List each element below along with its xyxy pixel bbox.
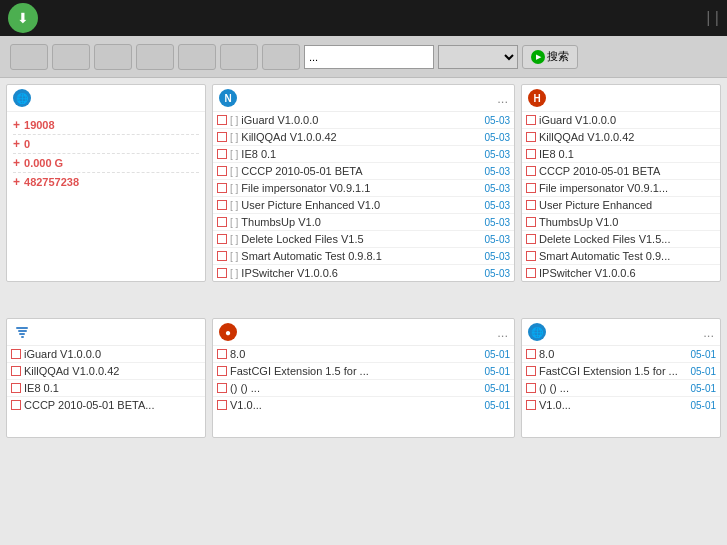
item-checkbox[interactable] — [217, 383, 227, 393]
item-checkbox[interactable] — [217, 251, 227, 261]
list-item[interactable]: () () ... 05-01 — [522, 380, 720, 397]
toolbar-btn-4[interactable] — [136, 44, 174, 70]
list-item[interactable]: [ ] IE8 0.1 05-03 — [213, 146, 514, 163]
bottom-right-list: 8.0 05-01 FastCGI Extension 1.5 for ... … — [522, 346, 720, 413]
item-checkbox[interactable] — [526, 183, 536, 193]
list-item[interactable]: 8.0 05-01 — [522, 346, 720, 363]
stat-value-3: 0.000 G — [24, 157, 63, 169]
download-button[interactable]: ⬇ — [8, 3, 38, 33]
list-item[interactable]: File impersonator V0.9.1... — [522, 180, 720, 197]
list-item[interactable]: User Picture Enhanced — [522, 197, 720, 214]
bottom-middle-panel: ● ... 8.0 05-01 FastCGI Extension 1.5 fo… — [212, 318, 515, 438]
item-checkbox[interactable] — [217, 234, 227, 244]
stat-value-1: 19008 — [24, 119, 55, 131]
item-checkbox[interactable] — [11, 349, 21, 359]
item-checkbox[interactable] — [526, 234, 536, 244]
toolbar-btn-7[interactable] — [262, 44, 300, 70]
bottom-right-dots[interactable]: ... — [703, 325, 714, 340]
bottom-left-header — [7, 319, 205, 346]
item-checkbox[interactable] — [526, 166, 536, 176]
search-go-icon — [531, 50, 545, 64]
n-icon: N — [219, 89, 237, 107]
list-item[interactable]: [ ] CCCP 2010-05-01 BETA 05-03 — [213, 163, 514, 180]
item-checkbox[interactable] — [217, 349, 227, 359]
list-item[interactable]: 8.0 05-01 — [213, 346, 514, 363]
item-checkbox[interactable] — [217, 115, 227, 125]
item-checkbox[interactable] — [526, 115, 536, 125]
list-item[interactable]: IPSwitcher V1.0.0.6 — [522, 265, 720, 281]
right-panel-header: H — [522, 85, 720, 112]
stat-plus-2: + — [13, 137, 20, 151]
toolbar-btn-6[interactable] — [220, 44, 258, 70]
list-item[interactable]: [ ] IPSwitcher V1.0.0.6 05-03 — [213, 265, 514, 281]
item-checkbox[interactable] — [217, 268, 227, 278]
item-checkbox[interactable] — [217, 217, 227, 227]
toolbar-btn-3[interactable] — [94, 44, 132, 70]
download-icon: ⬇ — [17, 11, 29, 25]
list-item[interactable]: [ ] File impersonator V0.9.1.1 05-03 — [213, 180, 514, 197]
toolbar-btn-5[interactable] — [178, 44, 216, 70]
item-checkbox[interactable] — [11, 383, 21, 393]
item-checkbox[interactable] — [526, 132, 536, 142]
search-input[interactable] — [304, 45, 434, 69]
list-item[interactable]: ThumbsUp V1.0 — [522, 214, 720, 231]
stat-row-3: + 0.000 G — [13, 154, 199, 173]
list-item[interactable]: [ ] iGuard V1.0.0.0 05-03 — [213, 112, 514, 129]
item-checkbox[interactable] — [526, 251, 536, 261]
list-item[interactable]: [ ] Delete Locked Files V1.5 05-03 — [213, 231, 514, 248]
item-checkbox[interactable] — [217, 200, 227, 210]
item-checkbox[interactable] — [526, 349, 536, 359]
item-checkbox[interactable] — [526, 366, 536, 376]
top-bar-divider: | | — [706, 9, 719, 27]
list-item[interactable]: [ ] KillQQAd V1.0.0.42 05-03 — [213, 129, 514, 146]
list-item[interactable]: IE8 0.1 — [522, 146, 720, 163]
bottom-middle-header: ● ... — [213, 319, 514, 346]
list-item[interactable]: Delete Locked Files V1.5... — [522, 231, 720, 248]
red-icon: ● — [219, 323, 237, 341]
item-checkbox[interactable] — [217, 166, 227, 176]
h-icon: H — [528, 89, 546, 107]
item-checkbox[interactable] — [217, 366, 227, 376]
search-go-button[interactable]: 搜索 — [522, 45, 578, 69]
item-checkbox[interactable] — [526, 383, 536, 393]
toolbar: 搜索 — [0, 36, 727, 78]
list-item[interactable]: IE8 0.1 — [7, 380, 205, 397]
list-item[interactable]: V1.0... 05-01 — [213, 397, 514, 413]
item-checkbox[interactable] — [526, 268, 536, 278]
list-item[interactable]: iGuard V1.0.0.0 — [7, 346, 205, 363]
item-checkbox[interactable] — [11, 400, 21, 410]
item-checkbox[interactable] — [217, 132, 227, 142]
item-checkbox[interactable] — [526, 400, 536, 410]
item-checkbox[interactable] — [217, 149, 227, 159]
list-item[interactable]: FastCGI Extension 1.5 for ... 05-01 — [522, 363, 720, 380]
list-item[interactable]: FastCGI Extension 1.5 for ... 05-01 — [213, 363, 514, 380]
stat-value-2: 0 — [24, 138, 30, 150]
list-item[interactable]: iGuard V1.0.0.0 — [522, 112, 720, 129]
stat-plus-1: + — [13, 118, 20, 132]
list-item[interactable]: CCCP 2010-05-01 BETA — [522, 163, 720, 180]
right-panel: H iGuard V1.0.0.0 KillQQAd V1.0.0.42 IE8… — [521, 84, 721, 282]
list-item[interactable]: KillQQAd V1.0.0.42 — [7, 363, 205, 380]
item-checkbox[interactable] — [11, 366, 21, 376]
list-item[interactable]: Smart Automatic Test 0.9... — [522, 248, 720, 265]
bottom-middle-dots[interactable]: ... — [497, 325, 508, 340]
item-checkbox[interactable] — [217, 183, 227, 193]
item-checkbox[interactable] — [217, 400, 227, 410]
item-checkbox[interactable] — [526, 217, 536, 227]
list-item[interactable]: [ ] ThumbsUp V1.0 05-03 — [213, 214, 514, 231]
middle-panel-dots[interactable]: ... — [497, 91, 508, 106]
list-item[interactable]: [ ] User Picture Enhanced V1.0 05-03 — [213, 197, 514, 214]
left-panel-header: 🌐 — [7, 85, 205, 112]
toolbar-btn-2[interactable] — [52, 44, 90, 70]
item-checkbox[interactable] — [526, 149, 536, 159]
list-item[interactable]: V1.0... 05-01 — [522, 397, 720, 413]
list-item[interactable]: [ ] Smart Automatic Test 0.9.8.1 05-03 — [213, 248, 514, 265]
list-item[interactable]: CCCP 2010-05-01 BETA... — [7, 397, 205, 413]
list-item[interactable]: KillQQAd V1.0.0.42 — [522, 129, 720, 146]
search-dropdown[interactable] — [438, 45, 518, 69]
bottom-right-panel: 🌐 ... 8.0 05-01 FastCGI Extension 1.5 fo… — [521, 318, 721, 438]
item-checkbox[interactable] — [526, 200, 536, 210]
list-item[interactable]: () () ... 05-01 — [213, 380, 514, 397]
toolbar-btn-1[interactable] — [10, 44, 48, 70]
bottom-middle-list: 8.0 05-01 FastCGI Extension 1.5 for ... … — [213, 346, 514, 413]
